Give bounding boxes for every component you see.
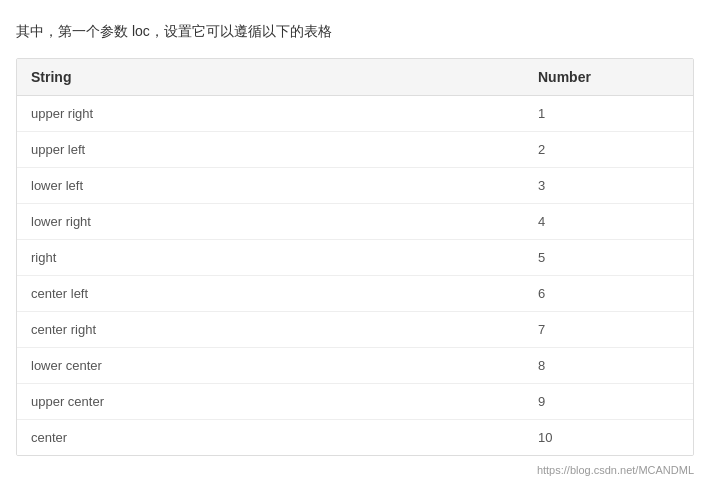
cell-string: upper right [17, 96, 524, 132]
cell-number: 9 [524, 384, 693, 420]
intro-text: 其中，第一个参数 loc，设置它可以遵循以下的表格 [16, 20, 694, 42]
table-row: center left6 [17, 276, 693, 312]
cell-string: lower center [17, 348, 524, 384]
table-row: upper center9 [17, 384, 693, 420]
table-container: String Number upper right1upper left2low… [16, 58, 694, 456]
cell-number: 4 [524, 204, 693, 240]
table-row: upper left2 [17, 132, 693, 168]
cell-string: center [17, 420, 524, 456]
table-row: lower center8 [17, 348, 693, 384]
cell-number: 6 [524, 276, 693, 312]
table-row: right5 [17, 240, 693, 276]
cell-number: 5 [524, 240, 693, 276]
cell-string: upper center [17, 384, 524, 420]
table-row: lower right4 [17, 204, 693, 240]
header-string: String [17, 59, 524, 96]
table-header-row: String Number [17, 59, 693, 96]
loc-table: String Number upper right1upper left2low… [17, 59, 693, 455]
table-body: upper right1upper left2lower left3lower … [17, 96, 693, 456]
table-row: lower left3 [17, 168, 693, 204]
cell-string: center left [17, 276, 524, 312]
cell-number: 1 [524, 96, 693, 132]
cell-string: lower left [17, 168, 524, 204]
table-row: upper right1 [17, 96, 693, 132]
cell-number: 7 [524, 312, 693, 348]
header-number: Number [524, 59, 693, 96]
cell-number: 10 [524, 420, 693, 456]
cell-number: 8 [524, 348, 693, 384]
cell-string: lower right [17, 204, 524, 240]
watermark: https://blog.csdn.net/MCANDML [16, 464, 694, 476]
table-row: center10 [17, 420, 693, 456]
cell-number: 3 [524, 168, 693, 204]
cell-string: center right [17, 312, 524, 348]
cell-string: upper left [17, 132, 524, 168]
table-row: center right7 [17, 312, 693, 348]
cell-number: 2 [524, 132, 693, 168]
cell-string: right [17, 240, 524, 276]
